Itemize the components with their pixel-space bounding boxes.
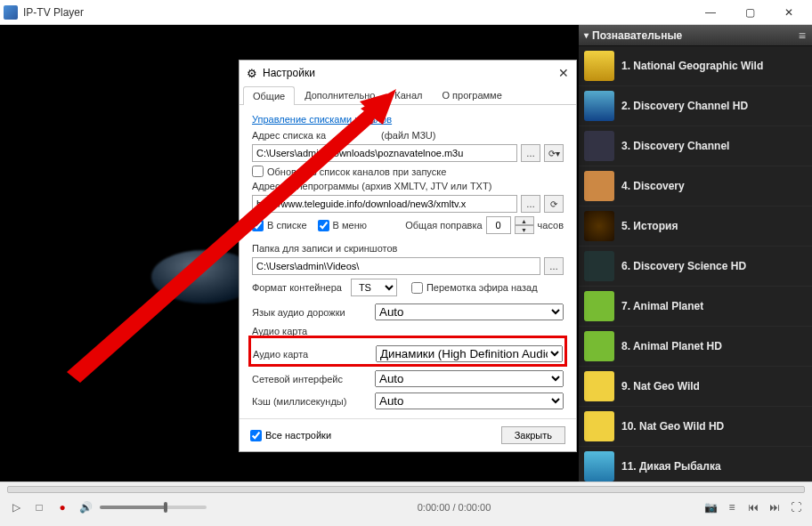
player-bar: ▷ □ ● 🔊 0:00:00 / 0:00:00 📷 ≡ ⏮ ⏭ ⛶ — [0, 481, 812, 526]
channel-label: 8. Animal Planet HD — [621, 340, 722, 352]
container-select[interactable]: TS — [351, 279, 397, 296]
rewind-checkbox[interactable] — [411, 282, 423, 294]
rewind-label: Перемотка эфира назад — [426, 282, 538, 293]
audio-lang-select[interactable]: Auto — [375, 303, 564, 320]
time-display: 0:00:00 / 0:00:00 — [212, 502, 696, 513]
channel-label: 11. Дикая Рыбалка — [621, 460, 721, 473]
tab-body: Управление списками каналов Адрес списка… — [240, 105, 576, 418]
channel-thumb — [584, 91, 614, 121]
channel-label: 1. National Geographic Wild — [621, 60, 763, 72]
channel-item[interactable]: 7. Animal Planet — [579, 287, 812, 327]
tab-extra[interactable]: Дополнительно — [295, 85, 385, 104]
m3u-label-head: Адрес списка ка — [252, 130, 326, 141]
channel-item[interactable]: 9. Nat Geo Wild — [579, 367, 812, 407]
channel-label: 10. Nat Geo Wild HD — [621, 420, 724, 433]
dialog-close-button[interactable]: ✕ — [558, 66, 569, 80]
channel-item[interactable]: 5. История — [579, 206, 812, 247]
offset-input[interactable] — [486, 216, 511, 234]
stop-button[interactable]: □ — [30, 498, 48, 516]
channel-list[interactable]: 1. National Geographic Wild2. Discovery … — [579, 46, 812, 481]
prev-button[interactable]: ⏮ — [744, 498, 762, 516]
mute-button[interactable]: 🔊 — [77, 498, 94, 516]
channel-item[interactable]: 1. National Geographic Wild — [579, 46, 812, 86]
refresh-m3u-button[interactable]: ⟳▾ — [544, 144, 564, 162]
refresh-on-start-checkbox[interactable] — [252, 166, 264, 177]
minimize-button[interactable]: — — [691, 0, 730, 25]
cache-select[interactable]: Auto — [375, 392, 564, 409]
m3u-path-input[interactable] — [252, 144, 517, 162]
channel-thumb — [584, 291, 614, 321]
dialog-title: Настройки — [263, 67, 315, 79]
channel-item[interactable]: 8. Animal Planet HD — [579, 327, 812, 367]
channel-thumb — [584, 371, 614, 401]
sidebar-menu-icon[interactable]: ≡ — [799, 28, 807, 43]
net-iface-label: Сетевой интерфейс — [252, 374, 368, 384]
rec-folder-label: Папка для записи и скриншотов — [252, 243, 397, 254]
rec-folder-input[interactable] — [252, 257, 540, 275]
all-settings-label: Все настройки — [265, 430, 331, 441]
browse-tvg-button[interactable]: … — [521, 195, 540, 213]
browse-m3u-button[interactable]: … — [521, 144, 540, 162]
tvg-url-input[interactable] — [252, 195, 517, 213]
dialog-footer: Все настройки Закрыть — [240, 418, 576, 451]
chevron-down-icon: ▾ — [584, 30, 589, 40]
all-settings-checkbox[interactable] — [250, 430, 262, 441]
play-button[interactable]: ▷ — [7, 498, 25, 516]
audio-card-label: Аудио карта — [251, 325, 369, 337]
dialog-titlebar[interactable]: ⚙ Настройки ✕ — [240, 61, 576, 85]
tab-channel[interactable]: Канал — [385, 85, 432, 104]
channel-label: 6. Discovery Science HD — [621, 260, 746, 272]
app-icon — [4, 5, 18, 20]
offset-down-button[interactable]: ▼ — [515, 225, 534, 234]
offset-up-button[interactable]: ▲ — [515, 216, 534, 225]
channel-label: 2. Discovery Channel HD — [621, 100, 748, 112]
window-title: IP-TV Player — [23, 6, 691, 19]
maximize-button[interactable]: ▢ — [730, 0, 769, 25]
in-menu-label: В меню — [333, 220, 367, 231]
tvg-label-head: Адрес — [252, 181, 280, 191]
tab-about[interactable]: О программе — [432, 85, 511, 104]
audio-card-select[interactable]: Динамики (High Definition Audio De — [376, 345, 563, 362]
sidebar-category-header[interactable]: ▾ Познавательные ≡ — [579, 25, 812, 46]
refresh-on-start-label: Обновлять список каналов при запуске — [267, 166, 446, 177]
channel-thumb — [584, 171, 614, 201]
fullscreen-button[interactable]: ⛶ — [787, 498, 805, 516]
tvg-label-tail: телепрограммы (архив XMLTV, JTV или TXT) — [288, 181, 492, 191]
browse-rec-folder-button[interactable]: … — [544, 257, 564, 275]
channel-sidebar: ▾ Познавательные ≡ 1. National Geographi… — [579, 25, 812, 481]
offset-label: Общая поправка — [405, 220, 482, 231]
window-titlebar: IP-TV Player — ▢ ✕ — [0, 0, 812, 25]
container-label: Формат контейнера — [252, 282, 342, 293]
channel-item[interactable]: 2. Discovery Channel HD — [579, 86, 812, 126]
seek-bar[interactable] — [7, 486, 805, 493]
channel-thumb — [584, 51, 614, 81]
close-settings-button[interactable]: Закрыть — [501, 426, 565, 444]
refresh-tvg-button[interactable]: ⟳ — [544, 195, 564, 213]
volume-slider[interactable] — [100, 506, 207, 509]
in-menu-checkbox[interactable] — [318, 220, 329, 231]
tab-bar: Общие Дополнительно Канал О программе — [240, 85, 576, 105]
playlist-button[interactable]: ≡ — [723, 498, 741, 516]
channel-item[interactable]: 4. Discovery — [579, 166, 812, 206]
screenshot-button[interactable]: 📷 — [702, 498, 719, 516]
m3u-label-tail: (файл M3U) — [381, 130, 435, 141]
manage-channel-lists-link[interactable]: Управление списками каналов — [252, 114, 392, 125]
next-button[interactable]: ⏭ — [766, 498, 784, 516]
tab-general[interactable]: Общие — [243, 86, 295, 105]
channel-item[interactable]: 11. Дикая Рыбалка — [579, 447, 812, 481]
cache-label: Кэш (миллисекунды) — [252, 396, 368, 407]
channel-label: 9. Nat Geo Wild — [621, 380, 700, 392]
channel-label: 3. Discovery Channel — [621, 140, 729, 152]
net-iface-select[interactable]: Auto — [375, 370, 564, 387]
in-list-checkbox[interactable] — [252, 220, 264, 231]
record-button[interactable]: ● — [53, 498, 71, 516]
channel-item[interactable]: 6. Discovery Science HD — [579, 247, 812, 287]
audio-lang-label: Язык аудио дорожки — [252, 307, 368, 318]
in-list-label: В списке — [267, 220, 307, 231]
channel-item[interactable]: 3. Discovery Channel — [579, 126, 812, 166]
channel-item[interactable]: 10. Nat Geo Wild HD — [579, 407, 812, 447]
audio-card-label-v: Аудио карта — [253, 349, 369, 360]
gear-icon: ⚙ — [247, 67, 257, 80]
close-window-button[interactable]: ✕ — [769, 0, 808, 25]
settings-dialog: ⚙ Настройки ✕ Общие Дополнительно Канал … — [239, 60, 577, 452]
